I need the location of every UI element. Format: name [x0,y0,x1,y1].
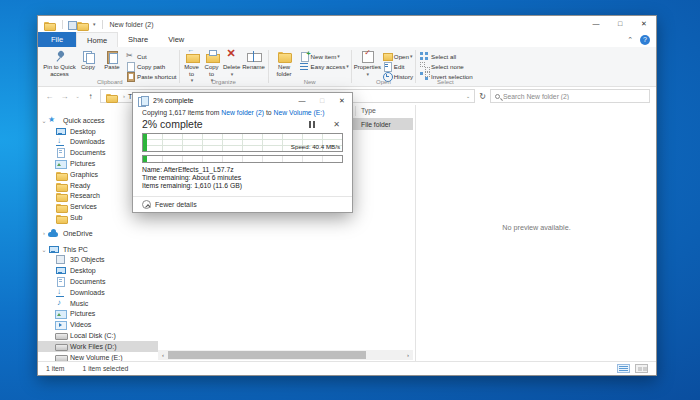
properties-icon [360,50,374,63]
copy-files-icon [138,96,149,106]
tree-chevron-icon[interactable]: ⌄ [40,246,48,253]
open-button[interactable]: Open [383,52,413,60]
tab-home[interactable]: Home [76,32,118,47]
folder-icon [55,181,66,190]
recent-locations-icon[interactable]: ⌄ [74,93,81,99]
source-folder-link[interactable]: New folder (2) [221,109,264,116]
ribbon: Pin to Quick access Copy Paste Cut Copy … [38,47,656,87]
easy-access-icon [300,62,309,70]
help-icon[interactable]: ? [640,35,650,45]
qat-new-folder-icon[interactable] [76,20,87,29]
close-button[interactable]: ✕ [632,16,656,32]
destination-volume-link[interactable]: New Volume (E:) [273,109,324,116]
tree-chevron-icon[interactable]: ⌄ [40,117,48,124]
thumbnails-view-icon[interactable] [635,364,648,373]
sidebar-item-onedrive[interactable]: ›OneDrive [38,228,158,239]
address-dropdown-icon[interactable]: ⌄ [466,93,470,99]
video-icon [55,320,66,329]
sidebar-item-this-pc[interactable]: ⌄This PC [38,244,158,255]
tab-view[interactable]: View [158,32,194,47]
select-none-button[interactable]: Select none [420,62,473,70]
dialog-title-bar: 2% complete — □ ✕ [133,93,352,108]
edit-button[interactable]: Edit [383,62,413,70]
collapse-ribbon-icon[interactable]: ⌃ [627,36,633,44]
progress-heading: 2% complete [142,118,309,130]
pic-icon [55,159,66,168]
cancel-icon[interactable]: ✕ [333,120,340,129]
search-input[interactable] [503,93,645,100]
sidebar-item-pictures[interactable]: Pictures [38,309,158,320]
qat-dropdown-icon[interactable]: ▾ [93,21,96,27]
minimize-button[interactable]: — [584,16,608,32]
tab-share[interactable]: Share [118,32,158,47]
speed-graph-fill [143,134,147,151]
tree-chevron-icon[interactable]: › [40,230,48,236]
scroll-right-icon[interactable]: › [403,352,413,358]
delete-button[interactable]: Delete [222,49,242,77]
pin-to-quick-access-button[interactable]: Pin to Quick access [43,49,76,77]
qat-separator [62,20,63,29]
new-folder-button[interactable]: New folder [271,49,298,77]
scrollbar-thumb[interactable] [168,351,366,359]
button-label: Edit [394,63,405,70]
select-all-button[interactable]: Select all [420,52,473,60]
back-icon[interactable]: ← [44,92,55,101]
sidebar-item-label: Pictures [70,160,95,167]
column-separator[interactable] [355,106,356,116]
up-icon[interactable]: ↑ [85,92,96,101]
star-icon [48,116,59,125]
button-label: Open [394,53,409,60]
qat-properties-icon[interactable] [67,20,76,28]
sidebar-item-downloads[interactable]: Downloads [38,287,158,298]
group-label-organize: Organize [180,79,268,85]
fewer-details-button[interactable]: Fewer details [133,196,352,212]
tab-file[interactable]: File [38,32,76,47]
button-label: Pin to Quick access [43,64,76,77]
properties-button[interactable]: Properties [354,49,381,77]
scroll-left-icon[interactable]: ‹ [158,352,168,358]
horizontal-scrollbar[interactable]: ‹ › [158,350,413,360]
sidebar-item-new-volume-e[interactable]: New Volume (E:) [38,352,158,361]
sidebar-item-videos[interactable]: Videos [38,319,158,330]
sidebar-item-label: New Volume (E:) [70,354,123,361]
page-icon [126,62,135,70]
copy-button[interactable]: Copy [76,49,100,71]
refresh-icon[interactable]: ↻ [479,92,486,101]
rename-button[interactable]: Rename [242,49,266,71]
group-label-select: Select [416,79,475,85]
dialog-minimize-button[interactable]: — [292,93,312,108]
easy-access-button[interactable]: Easy access [300,62,349,70]
sidebar-item-music[interactable]: Music [38,298,158,309]
button-label: Rename [242,64,265,71]
sidebar-item-work-files-d[interactable]: Work Files (D:) [38,341,158,352]
speed-graph: Speed: 40.4 MB/s [142,133,343,152]
new-item-button[interactable]: New item [300,52,349,60]
copy-path-button[interactable]: Copy path [126,62,177,70]
sidebar-item-label: Desktop [70,128,96,135]
details-view-icon[interactable] [617,364,630,373]
sidebar-item-local-disk-c[interactable]: Local Disk (C:) [38,330,158,341]
dialog-title: 2% complete [153,97,193,104]
drive-icon [55,353,66,361]
sidebar-item-label: 3D Objects [70,256,105,263]
dialog-close-button[interactable]: ✕ [332,93,352,108]
cut-button[interactable]: Cut [126,52,177,60]
title-bar: ▾ New folder (2) — □ ✕ [38,16,656,32]
sidebar-item-sub[interactable]: Sub [38,212,158,223]
sidebar-item-desktop[interactable]: Desktop [38,265,158,276]
pause-icon[interactable] [309,121,315,128]
sidebar-item-documents[interactable]: Documents [38,276,158,287]
doc-icon [55,148,66,157]
forward-icon[interactable]: → [59,92,70,101]
search-box[interactable] [490,89,650,103]
cube-icon [55,255,66,264]
maximize-button[interactable]: □ [608,16,632,32]
sidebar-item-label: Downloads [70,289,105,296]
qat-separator [102,20,103,29]
delete-x-icon [225,50,239,63]
paste-button[interactable]: Paste [100,49,124,71]
column-header-type[interactable]: Type [361,107,376,114]
time-remaining-line: Time remaining: About 6 minutes [142,174,343,182]
button-label: Select none [431,63,464,70]
sidebar-item-3d-objects[interactable]: 3D Objects [38,255,158,266]
